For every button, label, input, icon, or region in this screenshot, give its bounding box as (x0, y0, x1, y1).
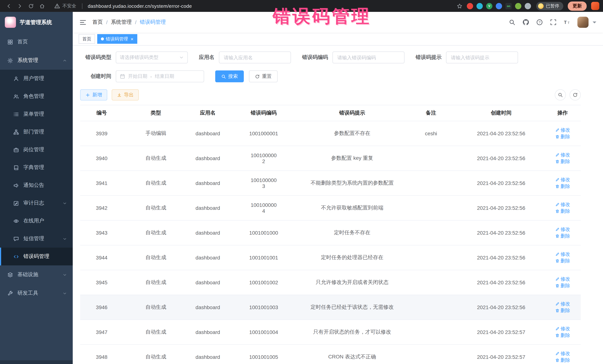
add-button[interactable]: 新增 (80, 89, 107, 100)
app-title: 芋道管理系统 (20, 19, 52, 26)
sidebar-item-menu-management[interactable]: 菜单管理 (0, 105, 73, 123)
sidebar-item-online-users[interactable]: 在线用户 (0, 212, 73, 230)
extension-teal-drop-icon[interactable] (476, 3, 483, 9)
avatar-caret-down-icon[interactable] (593, 22, 596, 25)
user-avatar[interactable] (577, 17, 589, 28)
delete-link[interactable]: 删除 (555, 282, 570, 289)
edit-link[interactable]: 修改 (555, 350, 570, 357)
sidebar-item-sms-management[interactable]: 短信管理 (0, 230, 73, 248)
tab-error-code[interactable]: 错误码管理× (97, 34, 137, 44)
edit-link[interactable]: 修改 (555, 226, 570, 233)
megaphone-icon (13, 183, 19, 188)
delete-link[interactable]: 删除 (555, 208, 570, 215)
fullscreen-icon[interactable] (550, 19, 557, 26)
create-time-range-picker[interactable]: 开始日期 - 结束日期 (116, 70, 204, 82)
col-type: 类型 (123, 105, 188, 121)
browser-refresh-button[interactable] (26, 1, 36, 11)
edit-icon (555, 277, 559, 281)
sidebar-item-error-code-management[interactable]: 错误码管理 (0, 248, 73, 265)
sidebar-item-label: 短信管理 (23, 235, 44, 242)
hamburger-icon[interactable] (79, 19, 86, 26)
edit-link[interactable]: 修改 (555, 301, 570, 307)
browser-home-button[interactable] (37, 1, 47, 11)
table-row: 3942自动生成dashboard100100000 4不允许获取敏感配置到前端… (80, 196, 581, 220)
sidebar-item-post-management[interactable]: 岗位管理 (0, 141, 73, 159)
chevron-down-icon (63, 291, 67, 295)
bookmark-star-icon[interactable] (457, 3, 462, 9)
url-text[interactable]: dashboard.yudao.iocoder.cn/system/error-… (88, 3, 192, 9)
error-tip-input[interactable] (446, 52, 518, 63)
edit-link[interactable]: 修改 (555, 127, 570, 133)
browser-back-button[interactable] (4, 1, 13, 11)
chevron-down-icon (63, 201, 67, 205)
delete-link[interactable]: 删除 (555, 258, 570, 264)
cell-actions: 修改删除 (544, 146, 581, 171)
app-name-input[interactable] (219, 52, 291, 63)
extension-red-circle-icon[interactable] (467, 3, 473, 9)
extension-pin-icon[interactable] (525, 3, 531, 9)
paused-extension-badge[interactable]: 已暂停 (536, 2, 563, 10)
browser-update-button[interactable]: 更新 (568, 1, 587, 11)
github-icon[interactable] (522, 19, 529, 26)
address-bar[interactable]: 不安全 dashboard.yudao.iocoder.cn/system/er… (54, 3, 192, 9)
edit-link[interactable]: 修改 (555, 176, 570, 183)
user-icon (13, 76, 19, 81)
delete-link[interactable]: 删除 (555, 332, 570, 339)
sidebar-item-infrastructure[interactable]: 基础设施 (0, 265, 73, 284)
browser-profile-avatar[interactable] (591, 2, 599, 10)
cell-time: 2021-04-20 23:52:56 (458, 171, 544, 196)
delete-link[interactable]: 删除 (555, 183, 570, 190)
chevron-down-icon (63, 273, 67, 277)
filter-row-1: 错误码类型 请选择错误码类型 应用名 错误码编码 (80, 52, 596, 63)
cell-id: 3939 (80, 121, 123, 146)
browser-forward-button[interactable] (15, 1, 24, 11)
cell-app: dashboard (188, 245, 227, 270)
sidebar-logo: 芋道管理系统 (0, 12, 73, 33)
delete-link[interactable]: 删除 (555, 133, 570, 140)
sidebar-item-audit-log[interactable]: 审计日志 (0, 194, 73, 212)
breadcrumb-system[interactable]: 系统管理 (111, 19, 132, 26)
delete-link[interactable]: 删除 (555, 158, 570, 165)
close-icon[interactable]: × (131, 36, 133, 41)
edit-link[interactable]: 修改 (555, 201, 570, 208)
sidebar-footer-bar[interactable] (0, 360, 73, 364)
extension-on-badge-icon[interactable]: on (505, 3, 512, 9)
edit-link[interactable]: 修改 (555, 276, 570, 282)
extension-green-v-icon[interactable]: V (486, 3, 492, 9)
sidebar-item-user-management[interactable]: 用户管理 (0, 70, 73, 88)
edit-link[interactable]: 修改 (555, 152, 570, 158)
delete-link[interactable]: 删除 (555, 233, 570, 240)
cell-app: dashboard (188, 196, 227, 220)
sidebar-item-dept-management[interactable]: 部门管理 (0, 123, 73, 141)
sidebar-item-label: 基础设施 (17, 271, 38, 278)
sidebar-item-dict-management[interactable]: 字典管理 (0, 159, 73, 176)
edit-link[interactable]: 修改 (555, 325, 570, 332)
tab-home[interactable]: 首页 (79, 34, 95, 44)
extension-blue-grid-icon[interactable] (496, 3, 502, 9)
refresh-icon (573, 92, 578, 98)
error-type-select[interactable]: 请选择错误码类型 (116, 52, 188, 63)
header-search-icon[interactable] (509, 19, 515, 26)
export-button[interactable]: 导出 (112, 89, 139, 100)
extension-green-leaf-icon[interactable] (515, 3, 521, 9)
sidebar-item-dev-tools[interactable]: 研发工具 (0, 284, 73, 302)
cell-message: 定时任务的处理器已经存在 (300, 245, 404, 270)
delete-link[interactable]: 删除 (555, 357, 570, 364)
search-button[interactable]: 搜索 (215, 70, 244, 82)
sidebar-item-home[interactable]: 首页 (0, 33, 73, 51)
sidebar-item-role-management[interactable]: 角色管理 (0, 88, 73, 105)
refresh-table-button[interactable] (570, 89, 581, 100)
edit-link[interactable]: 修改 (555, 251, 570, 258)
help-icon[interactable]: ? (536, 19, 543, 26)
col-remark: 备注 (404, 105, 458, 121)
toggle-search-button[interactable] (555, 89, 566, 100)
sidebar-item-system-management[interactable]: 系统管理 (0, 51, 73, 70)
trash-icon (555, 209, 559, 213)
edit-icon (555, 227, 559, 232)
breadcrumb-home[interactable]: 首页 (93, 19, 103, 26)
delete-link[interactable]: 删除 (555, 307, 570, 314)
sidebar-item-notice[interactable]: 通知公告 (0, 176, 73, 194)
error-code-input[interactable] (333, 52, 405, 63)
font-size-icon[interactable]: TT (564, 19, 570, 26)
reset-button[interactable]: 重置 (249, 70, 278, 82)
